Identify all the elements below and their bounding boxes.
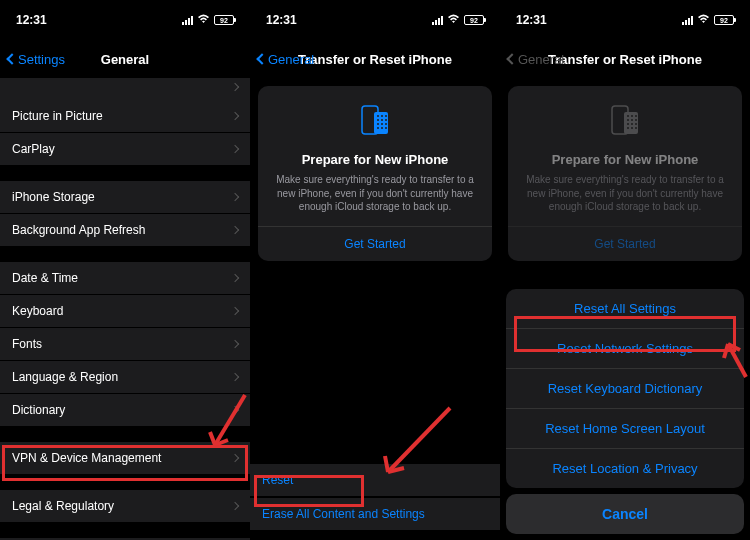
settings-group: VPN & Device Management xyxy=(0,442,250,474)
wifi-icon xyxy=(697,14,710,26)
settings-row[interactable]: Dictionary xyxy=(0,394,250,426)
status-time: 12:31 xyxy=(516,13,682,27)
svg-point-8 xyxy=(377,123,379,125)
sheet-option[interactable]: Reset Home Screen Layout xyxy=(506,409,744,449)
row-label: Date & Time xyxy=(12,271,78,285)
sheet-option[interactable]: Reset Network Settings xyxy=(506,329,744,369)
battery-icon: 92 xyxy=(714,15,734,25)
back-button[interactable]: Settings xyxy=(8,52,65,67)
settings-group: Date & TimeKeyboardFontsLanguage & Regio… xyxy=(0,262,250,426)
svg-point-27 xyxy=(635,127,637,129)
chevron-right-icon xyxy=(231,112,239,120)
reset-label: Reset xyxy=(262,473,293,487)
card-title: Prepare for New iPhone xyxy=(270,152,480,167)
chevron-right-icon xyxy=(231,502,239,510)
get-started-button[interactable]: Get Started xyxy=(258,226,492,261)
battery-icon: 92 xyxy=(464,15,484,25)
settings-group: Picture in PictureCarPlay xyxy=(0,100,250,165)
status-bar: 12:31 92 xyxy=(500,0,750,40)
svg-point-25 xyxy=(627,127,629,129)
nav-bar: Settings General xyxy=(0,40,250,78)
svg-point-24 xyxy=(635,123,637,125)
svg-point-16 xyxy=(627,115,629,117)
status-indicators: 92 xyxy=(432,14,484,26)
row-label: Language & Region xyxy=(12,370,118,384)
status-indicators: 92 xyxy=(682,14,734,26)
get-started-button: Get Started xyxy=(508,226,742,261)
settings-row[interactable]: Legal & Regulatory xyxy=(0,490,250,522)
back-label: General xyxy=(268,52,314,67)
settings-row[interactable]: CarPlay xyxy=(0,133,250,165)
svg-point-3 xyxy=(381,115,383,117)
cellular-icon xyxy=(432,16,443,25)
svg-point-7 xyxy=(385,119,387,121)
wifi-icon xyxy=(197,14,210,26)
settings-row[interactable]: iPhone Storage xyxy=(0,181,250,214)
erase-label: Erase All Content and Settings xyxy=(262,507,425,521)
erase-all-button[interactable]: Erase All Content and Settings xyxy=(250,498,500,530)
svg-point-21 xyxy=(635,119,637,121)
settings-row[interactable]: Picture in Picture xyxy=(0,100,250,133)
svg-point-18 xyxy=(635,115,637,117)
row-label: Legal & Regulatory xyxy=(12,499,114,513)
svg-point-2 xyxy=(377,115,379,117)
screen-general-settings: 12:31 92 Settings General xPicture in Pi… xyxy=(0,0,250,540)
status-bar: 12:31 92 xyxy=(250,0,500,40)
cancel-button[interactable]: Cancel xyxy=(506,494,744,534)
card-body: Make sure everything's ready to transfer… xyxy=(520,173,730,214)
svg-point-20 xyxy=(631,119,633,121)
svg-point-6 xyxy=(381,119,383,121)
settings-row[interactable]: x xyxy=(0,78,250,100)
status-time: 12:31 xyxy=(16,13,182,27)
sheet-option[interactable]: Reset Keyboard Dictionary xyxy=(506,369,744,409)
settings-list: xPicture in PictureCarPlayiPhone Storage… xyxy=(0,78,250,540)
settings-row[interactable]: Fonts xyxy=(0,328,250,361)
prepare-card: Prepare for New iPhone Make sure everyth… xyxy=(258,86,492,261)
sheet-option[interactable]: Reset Location & Privacy xyxy=(506,449,744,488)
chevron-left-icon xyxy=(256,53,267,64)
settings-row[interactable]: Background App Refresh xyxy=(0,214,250,246)
prepare-card: Prepare for New iPhone Make sure everyth… xyxy=(508,86,742,261)
svg-point-5 xyxy=(377,119,379,121)
action-sheet: Reset All SettingsReset Network Settings… xyxy=(500,283,750,540)
svg-point-22 xyxy=(627,123,629,125)
settings-row[interactable]: Language & Region xyxy=(0,361,250,394)
back-label: General xyxy=(518,52,564,67)
chevron-right-icon xyxy=(231,406,239,414)
svg-point-11 xyxy=(377,127,379,129)
back-label: Settings xyxy=(18,52,65,67)
reset-button[interactable]: Reset xyxy=(250,464,500,497)
svg-point-12 xyxy=(381,127,383,129)
cellular-icon xyxy=(682,16,693,25)
back-button[interactable]: General xyxy=(258,52,314,67)
settings-group: Legal & Regulatory xyxy=(0,490,250,522)
svg-point-23 xyxy=(631,123,633,125)
settings-row[interactable]: VPN & Device Management xyxy=(0,442,250,474)
chevron-right-icon xyxy=(231,226,239,234)
nav-bar: General Transfer or Reset iPhone xyxy=(500,40,750,78)
card-body: Make sure everything's ready to transfer… xyxy=(270,173,480,214)
status-bar: 12:31 92 xyxy=(0,0,250,40)
nav-bar: General Transfer or Reset iPhone xyxy=(250,40,500,78)
svg-point-13 xyxy=(385,127,387,129)
phone-transfer-icon xyxy=(520,100,730,142)
sheet-option[interactable]: Reset All Settings xyxy=(506,289,744,329)
settings-row[interactable]: Date & Time xyxy=(0,262,250,295)
svg-point-26 xyxy=(631,127,633,129)
status-time: 12:31 xyxy=(266,13,432,27)
settings-row[interactable]: Keyboard xyxy=(0,295,250,328)
wifi-icon xyxy=(447,14,460,26)
chevron-right-icon xyxy=(231,274,239,282)
card-title: Prepare for New iPhone xyxy=(520,152,730,167)
chevron-right-icon xyxy=(231,307,239,315)
svg-point-17 xyxy=(631,115,633,117)
chevron-right-icon xyxy=(231,373,239,381)
row-label: Keyboard xyxy=(12,304,63,318)
row-label: iPhone Storage xyxy=(12,190,95,204)
chevron-left-icon xyxy=(506,53,517,64)
chevron-left-icon xyxy=(6,53,17,64)
chevron-right-icon xyxy=(231,454,239,462)
screen-transfer-reset: 12:31 92 General Transfer or Reset iPhon… xyxy=(250,0,500,540)
svg-point-10 xyxy=(385,123,387,125)
settings-group: iPhone StorageBackground App Refresh xyxy=(0,181,250,246)
